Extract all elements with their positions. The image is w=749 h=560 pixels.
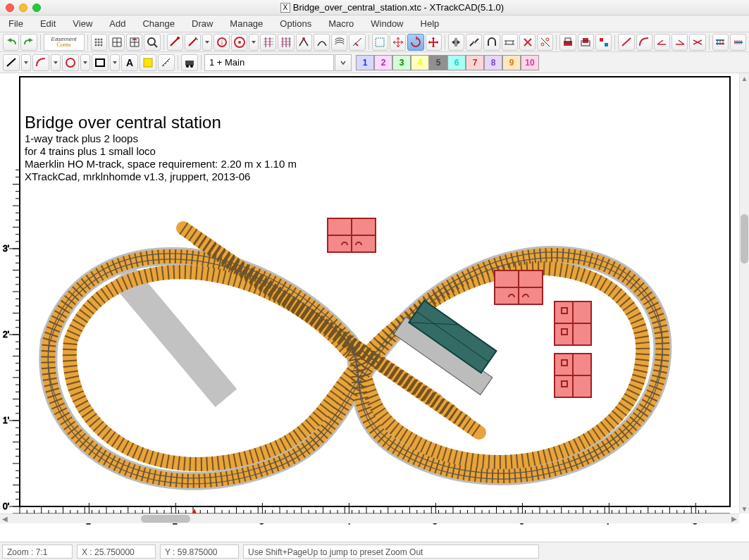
menu-edit[interactable]: Edit bbox=[32, 15, 64, 32]
circle-tool-button[interactable] bbox=[62, 54, 79, 71]
svg-point-5 bbox=[101, 42, 102, 43]
svg-point-2 bbox=[101, 39, 102, 40]
vertical-scrollbar[interactable]: ▲ ▼ bbox=[739, 73, 749, 514]
split-track-button[interactable] bbox=[466, 34, 482, 51]
drawing-canvas[interactable]: 0'1'2'3' 1'2'3'4'5'6'7'8' Bridge over ce… bbox=[0, 73, 749, 542]
menu-draw[interactable]: Draw bbox=[183, 15, 221, 32]
connect-tool-button[interactable] bbox=[349, 34, 365, 51]
delete-button[interactable] bbox=[519, 34, 536, 51]
layer-btn-9[interactable]: 9 bbox=[502, 55, 521, 70]
menu-macro[interactable]: Macro bbox=[320, 15, 362, 32]
layer-btn-10[interactable]: 10 bbox=[521, 55, 539, 70]
track-grid-2-button[interactable] bbox=[278, 34, 294, 51]
tunnel-button[interactable] bbox=[483, 34, 500, 51]
properties-button[interactable] bbox=[231, 34, 247, 51]
crossing-icon[interactable] bbox=[689, 34, 705, 51]
magnet-snap-button[interactable] bbox=[126, 34, 142, 51]
below-button[interactable] bbox=[578, 34, 594, 51]
arc-tool-button[interactable] bbox=[32, 54, 49, 71]
vertical-scroll-thumb[interactable] bbox=[741, 214, 748, 263]
window-controls bbox=[6, 4, 41, 12]
elevation-button[interactable] bbox=[296, 34, 312, 51]
layer-btn-3[interactable]: 3 bbox=[392, 55, 411, 70]
straight-track-icon[interactable] bbox=[618, 34, 634, 51]
circle-dropdown[interactable] bbox=[80, 54, 90, 71]
layer-btn-6[interactable]: 6 bbox=[447, 55, 466, 70]
menu-add[interactable]: Add bbox=[101, 15, 134, 32]
ruler-tool-button[interactable] bbox=[158, 54, 175, 71]
curve-fit-button[interactable] bbox=[314, 34, 330, 51]
layer-btn-5[interactable]: 5 bbox=[429, 55, 447, 70]
svg-point-8 bbox=[101, 44, 102, 46]
above-button[interactable] bbox=[559, 34, 576, 51]
zoom-select-button[interactable] bbox=[144, 34, 160, 51]
redo-button[interactable] bbox=[20, 34, 37, 51]
line-dropdown[interactable] bbox=[21, 54, 31, 71]
easement-button[interactable]: Easement Cornu bbox=[44, 34, 85, 51]
menu-options[interactable]: Options bbox=[271, 15, 320, 32]
title-bar: X Bridge_over_central_station.xtc - XTra… bbox=[0, 0, 749, 15]
box-tool-button[interactable] bbox=[92, 54, 109, 71]
menu-window[interactable]: Window bbox=[362, 15, 411, 32]
scroll-left-arrow[interactable]: ◀ bbox=[0, 514, 10, 523]
minimize-window-button[interactable] bbox=[19, 4, 27, 12]
close-window-button[interactable] bbox=[6, 4, 14, 12]
svg-point-18 bbox=[546, 38, 549, 41]
window-title: Bridge_over_central_station.xtc - XTrack… bbox=[293, 2, 504, 13]
join-dropdown[interactable] bbox=[202, 34, 212, 51]
snap-grid-button[interactable] bbox=[91, 34, 107, 51]
menu-change[interactable]: Change bbox=[134, 15, 183, 32]
menu-file[interactable]: File bbox=[0, 15, 32, 32]
layer-btn-1[interactable]: 1 bbox=[356, 55, 374, 70]
layer-btn-8[interactable]: 8 bbox=[484, 55, 502, 70]
group-button[interactable] bbox=[595, 34, 612, 51]
layer-select-dropdown[interactable] bbox=[335, 54, 352, 71]
menu-view[interactable]: View bbox=[64, 15, 101, 32]
text-tool-button[interactable]: A bbox=[121, 54, 138, 71]
undo-button[interactable] bbox=[3, 34, 19, 51]
move-tool-button[interactable] bbox=[390, 34, 406, 51]
svg-point-4 bbox=[98, 42, 99, 43]
join-track-button[interactable] bbox=[185, 34, 201, 51]
turnout-left-icon[interactable] bbox=[654, 34, 670, 51]
describe-button[interactable]: i bbox=[213, 34, 230, 51]
run-trains-button[interactable] bbox=[181, 54, 198, 71]
trim-button[interactable] bbox=[537, 34, 553, 51]
horizontal-scrollbar[interactable]: ◀ ▶ bbox=[0, 514, 739, 523]
menu-manage[interactable]: Manage bbox=[221, 15, 271, 32]
layer-btn-2[interactable]: 2 bbox=[374, 55, 392, 70]
building-1 bbox=[328, 218, 376, 252]
parallel-track-icon[interactable] bbox=[712, 34, 729, 51]
svg-point-14 bbox=[238, 41, 241, 44]
scroll-up-arrow[interactable]: ▲ bbox=[740, 73, 749, 83]
horizontal-scroll-thumb[interactable] bbox=[141, 515, 190, 523]
layer-select[interactable]: 1 + Main bbox=[204, 54, 334, 71]
zoom-window-button[interactable] bbox=[32, 4, 41, 12]
svg-point-9 bbox=[148, 38, 155, 45]
pan-tool-button[interactable] bbox=[426, 34, 442, 51]
svg-text:i: i bbox=[221, 39, 223, 46]
grid-lines-button[interactable] bbox=[109, 34, 125, 51]
turnout-right-icon[interactable] bbox=[671, 34, 688, 51]
curved-track-icon[interactable] bbox=[636, 34, 652, 51]
layer-btn-4[interactable]: 4 bbox=[411, 55, 429, 70]
menu-help[interactable]: Help bbox=[412, 15, 448, 32]
track-grid-1-button[interactable] bbox=[260, 34, 276, 51]
track-ties-icon[interactable] bbox=[730, 34, 746, 51]
modify-track-button[interactable] bbox=[167, 34, 183, 51]
line-tool-button[interactable] bbox=[3, 54, 20, 71]
scroll-right-arrow[interactable]: ▶ bbox=[729, 514, 739, 523]
bridge-button[interactable] bbox=[502, 34, 518, 51]
app-glyph-icon: X bbox=[280, 3, 290, 13]
helix-button[interactable] bbox=[331, 34, 347, 51]
scroll-down-arrow[interactable]: ▼ bbox=[740, 504, 749, 514]
layer-buttons: 1 2 3 4 5 6 7 8 9 10 bbox=[356, 55, 539, 70]
note-tool-button[interactable] bbox=[140, 54, 156, 71]
flip-h-button[interactable] bbox=[448, 34, 464, 51]
box-dropdown[interactable] bbox=[110, 54, 120, 71]
properties-dropdown[interactable] bbox=[249, 34, 259, 51]
arc-dropdown[interactable] bbox=[51, 54, 61, 71]
layer-btn-7[interactable]: 7 bbox=[466, 55, 484, 70]
rotate-tool-button[interactable] bbox=[407, 34, 423, 51]
select-tool-button[interactable] bbox=[372, 34, 388, 51]
